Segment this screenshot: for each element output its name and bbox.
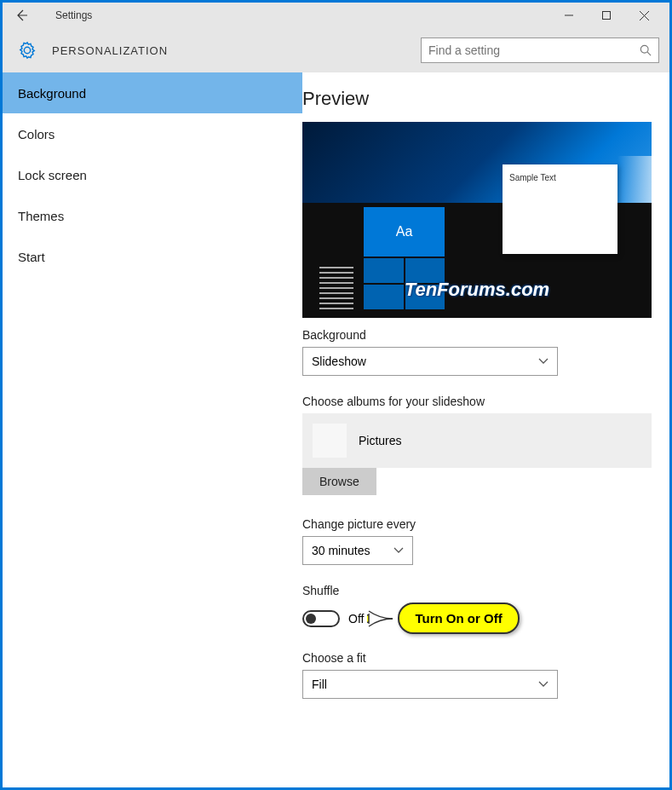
- body: Background Colors Lock screen Themes Sta…: [3, 72, 669, 787]
- shuffle-state: Off: [348, 612, 364, 626]
- shuffle-toggle[interactable]: [302, 610, 340, 627]
- gear-icon: [18, 41, 37, 60]
- sidebar-item-label: Lock screen: [18, 168, 87, 182]
- titlebar: Settings: [3, 3, 669, 28]
- search-input[interactable]: [428, 43, 640, 57]
- album-thumbnail: [313, 424, 347, 458]
- sidebar-item-start[interactable]: Start: [3, 236, 302, 277]
- minimize-button[interactable]: [550, 3, 588, 28]
- sidebar-item-label: Themes: [18, 209, 64, 223]
- albums-label: Choose albums for your slideshow: [302, 395, 649, 408]
- svg-point-2: [640, 45, 648, 53]
- chevron-down-icon: [393, 545, 404, 556]
- sidebar-item-background[interactable]: Background: [3, 72, 302, 113]
- close-button[interactable]: [625, 3, 663, 28]
- fit-value: Fill: [312, 678, 327, 691]
- preview-image: Aa Sample Text TenForums.com: [302, 122, 652, 318]
- annotation-callout: Turn On or Off: [372, 603, 519, 634]
- sidebar-item-label: Start: [18, 250, 45, 264]
- change-picture-value: 30 minutes: [312, 544, 370, 557]
- svg-marker-4: [367, 614, 369, 623]
- sidebar-item-label: Background: [18, 86, 86, 101]
- preview-sample-window: Sample Text: [503, 164, 617, 254]
- watermark: TenForums.com: [302, 279, 652, 301]
- search-box[interactable]: [421, 37, 659, 63]
- preview-tile-text: Aa: [364, 207, 445, 257]
- header: PERSONALIZATION: [3, 28, 669, 72]
- maximize-button[interactable]: [588, 3, 625, 28]
- callout-text: Turn On or Off: [398, 603, 519, 634]
- background-label: Background: [302, 328, 649, 342]
- album-name: Pictures: [359, 434, 402, 447]
- album-item[interactable]: Pictures: [302, 413, 652, 468]
- fit-label: Choose a fit: [302, 651, 649, 665]
- change-picture-label: Change picture every: [302, 517, 649, 531]
- background-dropdown[interactable]: Slideshow: [302, 347, 558, 376]
- preview-heading: Preview: [302, 88, 649, 110]
- sidebar-item-themes[interactable]: Themes: [3, 195, 302, 236]
- sidebar: Background Colors Lock screen Themes Sta…: [3, 72, 302, 787]
- svg-line-3: [647, 52, 651, 55]
- browse-label: Browse: [319, 475, 359, 488]
- preview-sample-text: Sample Text: [509, 173, 556, 182]
- chevron-down-icon: [538, 679, 549, 689]
- content: Preview Aa Sample Text TenForums.com Bac…: [302, 72, 669, 787]
- browse-button[interactable]: Browse: [302, 468, 376, 495]
- section-title: PERSONALIZATION: [52, 44, 168, 57]
- sidebar-item-lock-screen[interactable]: Lock screen: [3, 154, 302, 195]
- background-value: Slideshow: [312, 355, 366, 368]
- shuffle-label: Shuffle: [302, 584, 649, 597]
- window-title: Settings: [55, 9, 92, 21]
- sidebar-item-colors[interactable]: Colors: [3, 113, 302, 154]
- fit-dropdown[interactable]: Fill: [302, 670, 558, 699]
- svg-rect-1: [603, 12, 611, 20]
- change-picture-dropdown[interactable]: 30 minutes: [302, 536, 413, 565]
- chevron-down-icon: [538, 356, 549, 366]
- back-button[interactable]: [14, 9, 32, 22]
- sidebar-item-label: Colors: [18, 127, 55, 141]
- search-icon: [640, 44, 652, 56]
- settings-window: Settings PERSONALIZATION Background Colo…: [3, 3, 669, 787]
